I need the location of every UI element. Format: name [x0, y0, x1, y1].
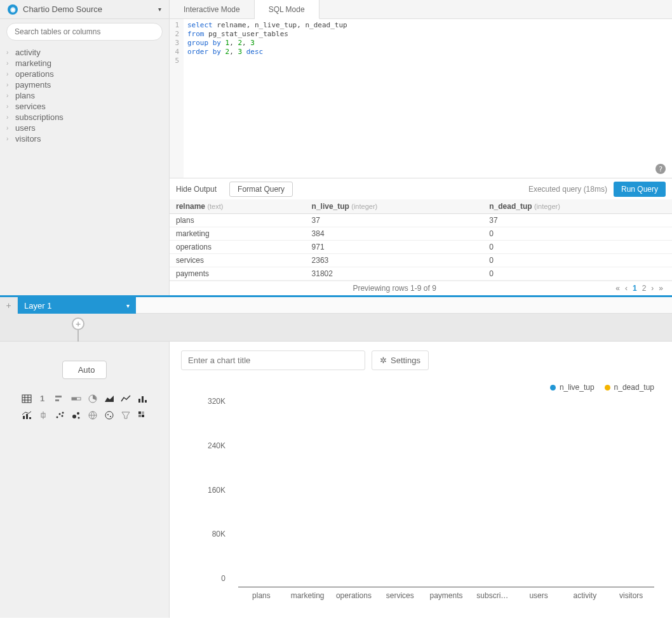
chevron-right-icon: › [6, 135, 11, 142]
table-row: operations9710 [170, 241, 672, 254]
layer-tab[interactable]: Layer 1 ▾ [18, 297, 136, 314]
results-pager: «‹12›» [613, 284, 666, 293]
svg-rect-32 [138, 415, 141, 417]
auto-chart-button[interactable]: Auto [62, 361, 107, 379]
add-step-button[interactable]: + [72, 317, 84, 330]
svg-point-25 [78, 417, 80, 419]
scatter-icon[interactable] [51, 407, 68, 424]
auto-label: Auto [78, 365, 95, 375]
svg-point-22 [62, 412, 64, 414]
chart-legend: n_live_tupn_dead_tup [550, 383, 654, 392]
data-source-selector[interactable]: ◉ Chartio Demo Source ▾ [0, 0, 169, 19]
visualization-controls: Auto 1 [0, 342, 170, 618]
chevron-right-icon: › [6, 92, 11, 99]
source-name: Chartio Demo Source [23, 4, 158, 14]
tree-item-payments[interactable]: ›payments [6, 79, 163, 90]
tree-item-marketing[interactable]: ›marketing [6, 58, 163, 69]
bullet-icon [68, 391, 84, 407]
tree-item-plans[interactable]: ›plans [6, 90, 163, 101]
area-icon[interactable] [101, 391, 118, 407]
preview-status: Previewing rows 1-9 of 9 [176, 284, 613, 293]
source-badge-icon: ◉ [8, 4, 18, 15]
column-relname: relname (text) [170, 199, 306, 214]
pager-«[interactable]: « [615, 284, 620, 293]
y-axis-tick: 160K [200, 486, 225, 495]
svg-rect-16 [29, 417, 31, 419]
y-axis-tick: 80K [200, 530, 225, 538]
table-row: marketing3840 [170, 227, 672, 241]
line-icon[interactable] [118, 391, 134, 407]
table-row: payments318020 [170, 267, 672, 281]
x-axis-label: activity [561, 591, 608, 600]
chevron-right-icon: › [6, 49, 11, 56]
chevron-right-icon: › [6, 114, 11, 121]
pager-›[interactable]: › [651, 284, 654, 293]
sidebar: ◉ Chartio Demo Source ▾ ›activity›market… [0, 0, 170, 295]
x-axis-label: plans [238, 591, 285, 600]
svg-rect-9 [72, 397, 77, 400]
pie-icon [84, 391, 101, 407]
heatmap-icon[interactable] [134, 407, 151, 424]
format-query-button[interactable]: Format Query [229, 182, 293, 197]
table-icon[interactable] [18, 391, 35, 407]
pager-»[interactable]: » [659, 284, 663, 293]
svg-rect-6 [55, 396, 62, 397]
y-axis-tick: 240K [200, 441, 225, 450]
svg-text:1: 1 [40, 394, 44, 403]
layer-name: Layer 1 [24, 301, 51, 310]
svg-rect-11 [138, 399, 140, 403]
bar-icon[interactable] [134, 391, 151, 407]
map-choropleth-icon [84, 407, 101, 424]
pager-1[interactable]: 1 [633, 284, 637, 293]
table-row: services23630 [170, 254, 672, 267]
sql-editor[interactable]: 12345 select relname, n_live_tup, n_dead… [170, 19, 672, 178]
tree-item-users[interactable]: ›users [6, 123, 163, 133]
chevron-right-icon: › [6, 103, 11, 110]
x-axis-label: operations [331, 591, 377, 600]
tree-item-visitors[interactable]: ›visitors [6, 133, 163, 144]
pager-‹[interactable]: ‹ [625, 284, 628, 293]
add-layer-button[interactable]: + [0, 297, 18, 314]
tree-item-subscriptions[interactable]: ›subscriptions [6, 112, 163, 123]
x-axis-label: visitors [608, 591, 654, 600]
chart-settings-button[interactable]: ✲ Settings [372, 351, 429, 370]
svg-point-24 [77, 412, 79, 415]
hide-output-button[interactable]: Hide Output [176, 185, 217, 194]
chart-title-input[interactable] [181, 351, 365, 370]
bubble-icon[interactable] [68, 407, 84, 424]
svg-point-27 [105, 411, 113, 419]
execution-status: Executed query (18ms) [528, 185, 607, 194]
bar-horizontal-icon [51, 391, 68, 407]
bar-line-icon[interactable] [18, 407, 35, 424]
help-icon[interactable]: ? [655, 164, 666, 174]
column-n_dead_tup: n_dead_tup (integer) [483, 199, 672, 214]
search-input[interactable] [6, 23, 163, 41]
chart-plot: 080K160K240K320K plansmarketingoperation… [200, 399, 654, 587]
svg-rect-31 [142, 411, 144, 414]
tab-interactive-mode[interactable]: Interactive Mode [170, 0, 255, 18]
pager-2[interactable]: 2 [642, 284, 647, 293]
x-axis-label: subscri… [469, 591, 516, 600]
legend-item: n_live_tup [550, 383, 595, 392]
query-panel: Interactive Mode SQL Mode 12345 select r… [170, 0, 672, 295]
tree-item-operations[interactable]: ›operations [6, 69, 163, 79]
run-query-button[interactable]: Run Query [614, 182, 666, 197]
y-axis-tick: 320K [200, 397, 225, 406]
tree-item-activity[interactable]: ›activity [6, 47, 163, 58]
settings-label: Settings [391, 356, 420, 365]
y-axis-tick: 0 [200, 574, 225, 583]
legend-item: n_dead_tup [605, 383, 654, 392]
svg-rect-12 [142, 396, 144, 403]
x-axis-label: marketing [285, 591, 331, 600]
tab-sql-mode[interactable]: SQL Mode [255, 0, 319, 19]
svg-point-20 [59, 413, 61, 415]
svg-point-29 [110, 416, 111, 417]
single-value-icon: 1 [35, 391, 51, 407]
chevron-right-icon: › [6, 124, 11, 131]
svg-rect-15 [26, 414, 28, 419]
x-axis-label: services [377, 591, 423, 600]
gear-icon: ✲ [380, 356, 387, 365]
tree-item-services[interactable]: ›services [6, 101, 163, 112]
map-bubble-icon[interactable] [101, 407, 118, 424]
boxplot-icon [35, 407, 51, 424]
